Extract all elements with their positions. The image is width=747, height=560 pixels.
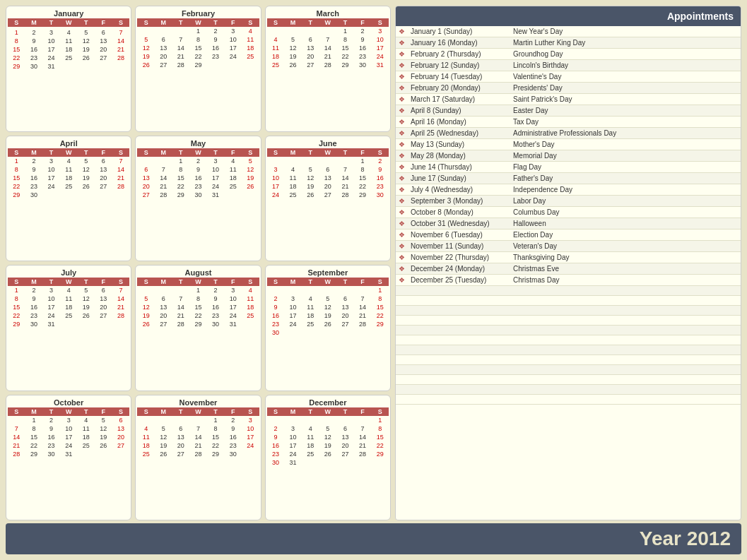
top-section: JanuarySMTWTFS12345678910111213141516171… [6,6,741,520]
appointment-date: April 8 (Sunday) [408,105,510,117]
calendar-day: 21 [189,441,207,450]
calendar-day: 19 [302,182,319,191]
day-header: F [224,278,242,286]
appointment-date: October 31 (Wednesday) [408,218,510,230]
day-header: S [371,18,389,27]
calendar-day [137,286,155,294]
main-container: JanuarySMTWTFS12345678910111213141516171… [6,6,741,554]
bullet-icon: ❖ [396,94,408,105]
calendar-day: 8 [8,37,25,45]
appointment-holiday: Tax Day [510,117,741,128]
empty-cell [408,355,510,365]
appointment-date: November 6 (Tuesday) [408,230,510,241]
appointment-row: ❖February 2 (Thursday)Groundhog Day [396,49,741,60]
empty-appointment-row [396,355,741,365]
calendar-day: 5 [284,35,302,44]
calendar-day: 10 [42,165,60,174]
calendar-day [267,157,285,165]
day-header: T [42,407,60,416]
calendar-day: 15 [8,303,25,311]
calendar-day: 6 [112,416,130,424]
day-header: F [354,278,372,286]
calendar-day [242,61,259,69]
calendar-day: 23 [354,52,372,61]
calendar-january: JanuarySMTWTFS12345678910111213141516171… [6,6,131,132]
empty-cell [510,306,741,316]
calendar-day [242,320,259,328]
calendar-day: 15 [336,44,354,52]
appointment-holiday: Christmas Eve [510,263,741,275]
calendar-day [242,450,259,458]
calendar-day: 29 [172,191,190,199]
calendar-day: 31 [224,320,242,328]
appointment-holiday: Columbus Day [510,207,741,218]
appointment-date: February 14 (Tuesday) [408,71,510,83]
appointment-row: ❖February 20 (Monday)Presidents' Day [396,83,741,94]
calendar-day: 22 [25,441,43,450]
calendar-day: 16 [189,174,207,182]
day-header: M [25,407,43,416]
calendar-day: 12 [284,44,302,52]
calendar-day: 21 [354,441,372,450]
calendar-day: 9 [42,424,60,433]
calendar-day: 8 [8,294,25,303]
calendar-day: 26 [155,450,172,458]
appointment-holiday: Halloween [510,218,741,230]
calendar-day [336,157,354,165]
calendar-day: 27 [336,450,354,458]
bullet-icon: ❖ [396,139,408,150]
calendar-day: 13 [336,303,354,311]
day-header: S [112,148,130,157]
appointment-date: February 20 (Monday) [408,83,510,94]
calendar-day: 28 [112,182,130,191]
bullet-icon: ❖ [396,60,408,71]
day-header: S [137,18,155,27]
calendar-day: 9 [25,165,43,174]
calendar-day: 19 [284,52,302,61]
calendar-day: 25 [302,320,319,328]
day-header: S [137,148,155,157]
month-header: May [137,138,259,148]
calendar-day: 14 [189,433,207,441]
empty-cell [396,395,408,405]
empty-appointment-row [396,385,741,395]
calendar-day: 2 [25,157,43,165]
calendar-day: 15 [25,433,43,441]
day-header: W [60,18,78,27]
calendar-day: 28 [172,320,190,328]
calendar-day [95,62,112,71]
empty-cell [510,385,741,395]
calendar-day: 27 [95,311,112,320]
calendar-day: 17 [42,174,60,182]
calendar-day: 18 [60,174,78,182]
calendar-day: 11 [267,44,285,52]
appointment-date: November 11 (Sunday) [408,241,510,252]
calendar-day: 11 [224,165,242,174]
empty-cell [408,395,510,405]
calendar-day: 25 [224,182,242,191]
appointment-holiday: Groundhog Day [510,49,741,60]
calendar-day [77,450,95,458]
day-header: S [242,278,259,286]
day-header: F [354,18,372,27]
calendar-day: 12 [302,174,319,182]
calendar-day: 25 [284,191,302,199]
calendar-day [354,458,372,467]
calendar-day: 1 [371,286,389,294]
calendar-day: 13 [95,37,112,45]
calendar-day: 3 [42,157,60,165]
appointment-date: November 22 (Thursday) [408,252,510,263]
appointment-row: ❖July 4 (Wednesday)Independence Day [396,184,741,196]
calendar-day: 15 [189,44,207,52]
calendar-day: 1 [8,286,25,294]
calendar-day: 30 [189,191,207,199]
calendar-day: 14 [8,433,25,441]
calendar-day: 10 [60,424,78,433]
calendar-day: 10 [371,35,389,44]
calendar-day: 8 [371,294,389,303]
calendar-day: 26 [242,182,259,191]
calendar-day [137,157,155,165]
calendar-day: 28 [354,320,372,328]
calendar-day: 14 [319,44,336,52]
bullet-icon: ❖ [396,173,408,184]
